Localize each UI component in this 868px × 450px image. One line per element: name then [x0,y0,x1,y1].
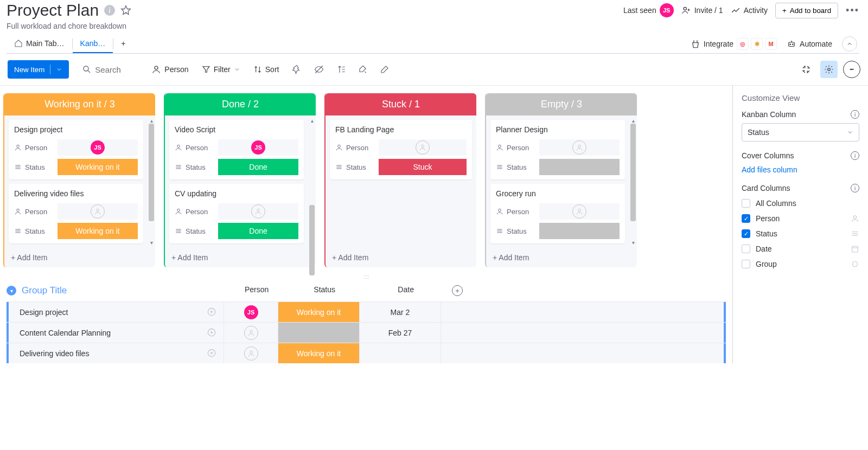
status-cell[interactable]: Done [218,223,298,239]
kanban-card[interactable]: Video Script PersonJS StatusDone [169,120,304,179]
automate-button[interactable]: Automate [787,39,832,49]
settings-icon[interactable] [820,61,838,78]
status-cell[interactable]: Stuck [379,159,467,175]
person-cell[interactable] [58,203,138,220]
person-cell[interactable]: JS [58,139,138,156]
kanban-card[interactable]: Grocery run Person Status [490,184,625,243]
edit-icon[interactable] [380,65,390,74]
kanban-card[interactable]: Design project PersonJS StatusWorking on… [9,120,143,179]
scrollbar[interactable]: ▴▾ [148,115,155,248]
person-cell[interactable]: JS [218,139,298,156]
column-header[interactable]: Working on it / 3 [4,93,155,115]
kanban-card[interactable]: Delivering video files Person StatusWork… [9,184,143,243]
status-cell[interactable]: Working on it [58,223,138,239]
page-title[interactable]: Proyect Plan [7,1,99,20]
row-handle[interactable] [7,302,9,322]
col-date-header[interactable]: Date [365,285,446,296]
star-icon[interactable] [120,5,131,16]
hide-icon[interactable] [314,65,324,74]
filter-button[interactable]: Filter [202,65,240,74]
kanban-column-select[interactable]: Status [742,123,859,142]
person-cell[interactable] [539,203,620,220]
status-cell[interactable]: Done [218,159,298,175]
collapse-icon[interactable] [797,61,815,78]
kanban-card[interactable]: Planner Design Person Status [490,120,625,179]
status-cell[interactable]: Working on it [278,343,359,363]
add-files-link[interactable]: Add files column [742,165,797,174]
add-column-button[interactable]: + [452,285,463,296]
tab-kanban[interactable]: Kanb… [73,35,113,53]
date-cell[interactable]: Mar 2 [359,302,441,322]
invite-button[interactable]: Invite / 1 [681,5,723,15]
person-cell[interactable] [218,203,298,220]
scrollbar[interactable]: ▴▾ [308,115,316,248]
add-update-icon[interactable] [206,307,217,318]
more-menu-icon[interactable]: ••• [846,5,859,16]
add-item-button[interactable]: + Add Item [4,248,155,267]
date-cell[interactable] [359,343,441,363]
add-item-button[interactable]: + Add Item [165,248,316,267]
column-header[interactable]: Done / 2 [165,93,316,115]
column-header[interactable]: Stuck / 1 [326,93,476,115]
add-item-button[interactable]: + Add Item [486,248,637,267]
tab-main[interactable]: Main Tab… [7,35,72,53]
add-update-icon[interactable] [206,327,217,338]
check-person[interactable]: ✓Person [742,214,859,223]
status-cell[interactable] [278,323,359,343]
column-header[interactable]: Empty / 3 [486,93,637,115]
row-handle[interactable] [7,343,9,363]
info-icon[interactable]: i [104,5,115,16]
pin-icon[interactable] [292,65,302,74]
check-group[interactable]: Group [742,260,859,268]
add-update-icon[interactable] [206,348,217,359]
avatar[interactable]: JS [251,140,265,155]
integration-gmail-icon[interactable]: M [765,38,777,50]
integrate-button[interactable]: Integrate ◎ ✱ M [691,38,777,50]
comment-icon[interactable] [843,61,860,78]
color-icon[interactable] [358,65,368,74]
kanban-card[interactable]: FB Landing Page Person StatusStuck [330,120,472,179]
info-icon[interactable]: i [851,110,859,119]
person-cell[interactable] [379,139,467,156]
height-icon[interactable] [336,65,346,74]
info-icon[interactable]: i [851,184,859,192]
person-cell[interactable] [224,343,278,363]
row-handle[interactable] [7,323,9,343]
sort-button[interactable]: Sort [253,65,279,74]
table-row[interactable]: Content Calendar Planning Feb 27 [7,322,726,343]
date-cell[interactable]: Feb 27 [359,323,441,343]
col-person-header[interactable]: Person [229,285,284,296]
group-title[interactable]: Group Title [22,285,67,296]
kanban-card[interactable]: CV updating Person StatusDone [169,184,304,243]
status-cell[interactable] [539,223,620,239]
avatar[interactable]: JS [244,305,258,319]
status-cell[interactable]: Working on it [278,302,359,322]
search-input[interactable] [82,65,138,74]
row-name[interactable]: Content Calendar Planning [17,327,224,338]
group-collapse-button[interactable]: ▾ [7,286,16,295]
activity-button[interactable]: Activity [731,5,768,15]
avatar[interactable]: JS [91,140,105,155]
integration-slack-icon[interactable]: ✱ [751,38,763,50]
last-seen[interactable]: Last seen JS [623,3,674,17]
check-status[interactable]: ✓Status [742,229,859,238]
row-name[interactable]: Design project [17,307,224,318]
person-cell[interactable] [224,323,278,343]
check-all-columns[interactable]: All Columns [742,199,859,208]
col-status-header[interactable]: Status [284,285,365,296]
new-item-button[interactable]: New Item [8,60,69,79]
person-cell[interactable] [539,139,620,156]
row-name[interactable]: Delivering video files [17,348,224,359]
check-date[interactable]: Date [742,245,859,253]
add-tab-button[interactable]: + [113,35,133,53]
table-row[interactable]: Delivering video files Working on it [7,343,726,363]
status-cell[interactable] [539,159,620,175]
info-icon[interactable]: i [851,151,859,160]
table-row[interactable]: Design project JS Working on it Mar 2 [7,301,726,322]
scrollbar[interactable]: ▴▾ [629,115,637,248]
status-cell[interactable]: Working on it [58,159,138,175]
collapse-tabs-button[interactable] [842,36,857,52]
person-cell[interactable]: JS [224,302,278,322]
add-to-board-button[interactable]: + Add to board [775,3,838,18]
resize-handle[interactable]: :::: [0,273,732,281]
